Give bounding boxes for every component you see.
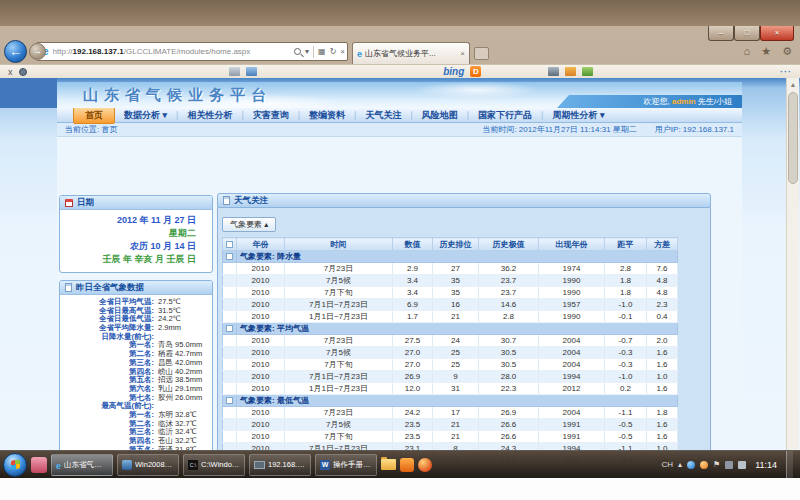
stop-button[interactable]: × [340,47,345,56]
menu-item-4[interactable]: 整编资料 [300,109,354,122]
menu-item-2[interactable]: 相关性分析 [178,109,241,122]
action-center-flag-icon[interactable]: ⚑ [713,460,720,469]
window-titlebar[interactable]: – □ × [0,26,800,40]
maximize-button[interactable]: □ [734,26,760,41]
volume-icon[interactable] [738,461,746,469]
url-text[interactable]: http://192.168.137.1/GLCCLIMATE/modules/… [53,47,294,56]
close-window-button[interactable]: × [760,26,794,41]
new-tab-button[interactable] [474,47,489,60]
media-player-icon[interactable] [418,458,432,472]
scroll-up-icon[interactable]: ▲ [787,78,799,91]
network-icon[interactable] [725,461,733,469]
taskbar-window-cmd[interactable]: C:\C:\Windows\s... [183,454,245,476]
group-label: 气象要素: 最低气温 [237,395,678,407]
mail-icon[interactable] [246,67,257,76]
cell: 1990 [539,311,605,323]
taskbar-window-ie[interactable]: e山东省气候业务平台 [51,454,113,476]
address-bar[interactable]: e http://192.168.137.1/GLCCLIMATE/module… [36,42,348,61]
group-checkbox[interactable] [226,325,233,332]
show-desktop-button[interactable] [786,451,793,479]
table-row[interactable]: 20107月5候3.43523.719901.84.8 [223,275,678,287]
table-row[interactable]: 20107月下旬23.52126.61991-0.51.6 [223,431,678,443]
taskbar-window-word[interactable]: W操作手册.docx ... [315,454,377,476]
blocker-icon[interactable] [19,68,27,76]
cell: 0.4 [647,311,678,323]
table-row[interactable]: 20107月23日2.92736.219742.87.6 [223,263,678,275]
home-icon[interactable]: ⌂ [744,45,751,58]
table-row[interactable]: 20101月1日~7月23日1.7212.81990-0.10.4 [223,311,678,323]
language-indicator[interactable]: CH [661,460,673,469]
cell: 1990 [539,275,605,287]
table-row[interactable]: 20107月下旬3.43523.719901.84.8 [223,287,678,299]
main-menu: 首页数据分析 ▾|相关性分析|灾害查询|整编资料|天气关注|风险地图|国家下行产… [57,108,742,123]
browser-tab[interactable]: e 山东省气候业务平... × [352,42,470,64]
refresh-button[interactable]: ↻ [330,47,337,56]
menu-item-0[interactable]: 首页 [73,107,115,124]
search-caret-icon[interactable]: ▾ [305,47,309,56]
menu-item-1[interactable]: 数据分析 ▾ [115,109,176,122]
vertical-scrollbar[interactable]: ▲ ▼ [786,78,799,478]
taskbar-window-app[interactable]: Win2008 (VS2... [117,454,179,476]
taskbar-window-rdp[interactable]: 192.168.59.99... [249,454,311,476]
addon-close-icon[interactable]: x [8,67,13,77]
menu-item-3[interactable]: 灾害查询 [244,109,298,122]
tools-gear-icon[interactable]: ⚙ [782,45,792,58]
calendar-body: 2012 年 11 月 27 日星期二农历 10 月 14 日壬辰 年 辛亥 月… [60,210,212,272]
cell: 1月1日~7月23日 [285,311,393,323]
cell: 7月23日 [285,263,393,275]
table-row[interactable]: 20107月23日27.52430.72004-0.72.0 [223,335,678,347]
cell: 26.6 [479,431,539,443]
cell: 1.6 [647,431,678,443]
table-row[interactable]: 20101月1日~7月23日12.03122.320120.21.6 [223,383,678,395]
favorites-icon[interactable]: ★ [761,45,771,58]
forward-button[interactable]: → [29,43,46,60]
cell: 1.8 [605,275,647,287]
menu-item-5[interactable]: 天气关注 [356,109,410,122]
baidu-icon[interactable]: D [470,66,481,77]
cell: 2012 [539,383,605,395]
table-row[interactable]: 20107月1日~7月23日26.9928.01994-1.01.0 [223,371,678,383]
group-checkbox[interactable] [226,253,233,260]
camera-icon[interactable] [548,67,559,76]
table-row[interactable]: 20107月5候23.52126.61991-0.51.6 [223,419,678,431]
cell: 27.5 [393,335,433,347]
plugin-icon[interactable] [582,67,593,76]
cell: 1991 [539,431,605,443]
select-all-checkbox[interactable] [226,241,233,248]
menu-item-6[interactable]: 风险地图 [413,109,467,122]
row-checkbox-cell [223,407,237,419]
table-row[interactable]: 20107月1日~7月23日6.91614.61957-1.02.3 [223,299,678,311]
cell: 22.3 [479,383,539,395]
start-button[interactable] [3,453,27,477]
back-button[interactable]: ← [4,40,27,63]
tray-messenger-icon[interactable] [687,461,695,469]
menu-item-8[interactable]: 周期性分析 ▾ [543,109,613,122]
group-checkbox[interactable] [226,397,233,404]
menu-item-7[interactable]: 国家下行产品 [469,109,541,122]
cell: -0.3 [605,347,647,359]
table-row[interactable]: 20107月下旬27.02530.52004-0.31.6 [223,359,678,371]
hidden-icons-arrow[interactable]: ▴ [678,460,682,469]
column-header-4: 历史排位 [433,238,479,251]
search-icon[interactable] [294,48,301,55]
tray-security-icon[interactable] [700,461,708,469]
cell: -1.1 [605,407,647,419]
more-options-icon[interactable]: ··· [780,67,792,77]
column-header-7: 距平 [605,238,647,251]
tab-close-icon[interactable]: × [460,49,465,58]
table-row[interactable]: 20107月5候27.02530.52004-0.31.6 [223,347,678,359]
taskbar-clock[interactable]: 11:14 [751,460,781,470]
pinned-app-icon[interactable] [31,457,47,473]
table-row[interactable]: 20107月23日24.21726.92004-1.11.8 [223,407,678,419]
bing-logo[interactable]: bing [443,66,464,77]
group-label: 气象要素: 降水量 [237,251,678,263]
card-reader-icon[interactable] [229,67,240,76]
app-orange-icon[interactable] [400,458,414,472]
scrollbar-thumb[interactable] [788,92,798,184]
explorer-folder-icon[interactable] [381,459,396,470]
cell: 1994 [539,371,605,383]
weather-addon-icon[interactable] [565,67,576,76]
minimize-button[interactable]: – [708,26,734,41]
element-filter-button[interactable]: 气象要素 ▴ [222,217,276,232]
compatibility-icon[interactable]: ▦ [318,47,326,56]
